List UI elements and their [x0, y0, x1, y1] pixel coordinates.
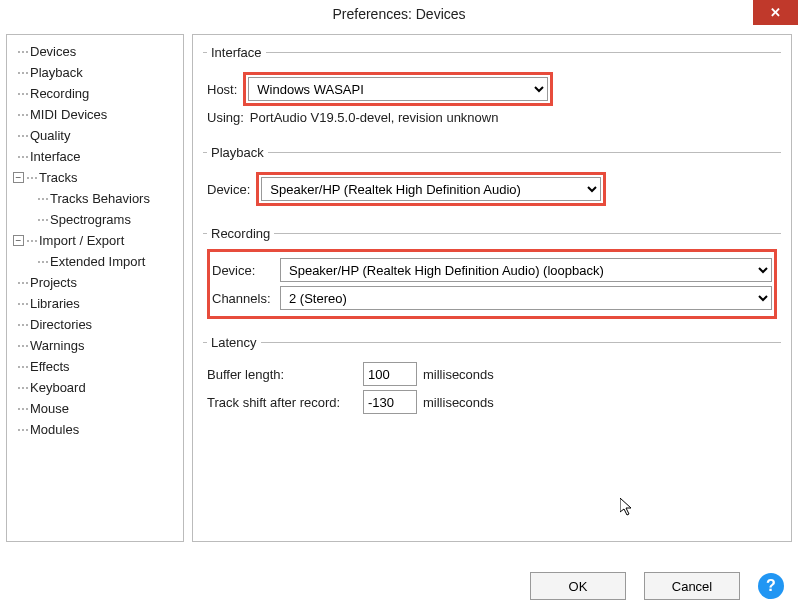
window-title: Preferences: Devices	[332, 6, 465, 22]
tree-dots-icon: ⋯	[17, 297, 28, 311]
recording-legend: Recording	[207, 226, 274, 241]
tree-label: Warnings	[30, 338, 84, 353]
tree-item-extended-import[interactable]: ⋯Extended Import	[11, 251, 179, 272]
buffer-length-input[interactable]	[363, 362, 417, 386]
collapse-icon[interactable]: −	[13, 172, 24, 183]
using-label: Using:	[207, 110, 244, 125]
recording-highlight: Device: Speaker/HP (Realtek High Definit…	[207, 249, 777, 319]
tree-label: Projects	[30, 275, 77, 290]
tree-label: Tracks Behaviors	[50, 191, 150, 206]
buffer-length-label: Buffer length:	[207, 367, 357, 382]
tree-dots-icon: ⋯	[17, 339, 28, 353]
tree-dots-icon: ⋯	[37, 213, 48, 227]
help-icon: ?	[766, 577, 776, 595]
cancel-button[interactable]: Cancel	[644, 572, 740, 600]
tree-item-libraries[interactable]: ⋯Libraries	[11, 293, 179, 314]
recording-device-label: Device:	[212, 263, 274, 278]
tree-label: Interface	[30, 149, 81, 164]
tree-label: Import / Export	[39, 233, 124, 248]
shift-unit: milliseconds	[423, 395, 494, 410]
tree-label: Extended Import	[50, 254, 145, 269]
recording-group: Recording Device: Speaker/HP (Realtek Hi…	[203, 226, 781, 325]
tree-label: Quality	[30, 128, 70, 143]
tree-dots-icon: ⋯	[26, 171, 37, 185]
track-shift-label: Track shift after record:	[207, 395, 357, 410]
playback-device-label: Device:	[207, 182, 250, 197]
tree-item-tracks-behaviors[interactable]: ⋯Tracks Behaviors	[11, 188, 179, 209]
tree-label: Keyboard	[30, 380, 86, 395]
tree-item-recording[interactable]: ⋯Recording	[11, 83, 179, 104]
recording-channels-label: Channels:	[212, 291, 274, 306]
tree-dots-icon: ⋯	[17, 276, 28, 290]
playback-device-select[interactable]: Speaker/HP (Realtek High Definition Audi…	[261, 177, 601, 201]
tree-dots-icon: ⋯	[17, 129, 28, 143]
tree-dots-icon: ⋯	[17, 381, 28, 395]
dialog-footer: OK Cancel ?	[530, 572, 784, 600]
host-label: Host:	[207, 82, 237, 97]
tree-label: Tracks	[39, 170, 78, 185]
tree-label: Effects	[30, 359, 70, 374]
tree-dots-icon: ⋯	[37, 255, 48, 269]
tree-item-projects[interactable]: ⋯Projects	[11, 272, 179, 293]
using-value: PortAudio V19.5.0-devel, revision unknow…	[250, 110, 499, 125]
tree-item-playback[interactable]: ⋯Playback	[11, 62, 179, 83]
recording-channels-select[interactable]: 2 (Stereo)	[280, 286, 772, 310]
tree-label: Modules	[30, 422, 79, 437]
interface-group: Interface Host: Windows WASAPI Using: Po…	[203, 45, 781, 135]
tree-item-warnings[interactable]: ⋯Warnings	[11, 335, 179, 356]
tree-label: Directories	[30, 317, 92, 332]
titlebar: Preferences: Devices ✕	[0, 0, 798, 28]
tree-dots-icon: ⋯	[17, 402, 28, 416]
playback-device-highlight: Speaker/HP (Realtek High Definition Audi…	[256, 172, 606, 206]
latency-group: Latency Buffer length: milliseconds Trac…	[203, 335, 781, 424]
tree-label: Devices	[30, 44, 76, 59]
tree-dots-icon: ⋯	[17, 45, 28, 59]
tree-label: MIDI Devices	[30, 107, 107, 122]
tree-item-quality[interactable]: ⋯Quality	[11, 125, 179, 146]
tree-dots-icon: ⋯	[17, 423, 28, 437]
tree-item-tracks[interactable]: −⋯Tracks	[11, 167, 179, 188]
tree-label: Libraries	[30, 296, 80, 311]
tree-dots-icon: ⋯	[17, 66, 28, 80]
tree-dots-icon: ⋯	[17, 87, 28, 101]
tree-dots-icon: ⋯	[17, 108, 28, 122]
tree-label: Playback	[30, 65, 83, 80]
tree-dots-icon: ⋯	[37, 192, 48, 206]
tree-item-interface[interactable]: ⋯Interface	[11, 146, 179, 167]
category-tree: ⋯Devices ⋯Playback ⋯Recording ⋯MIDI Devi…	[6, 34, 184, 542]
tree-item-midi-devices[interactable]: ⋯MIDI Devices	[11, 104, 179, 125]
ok-button[interactable]: OK	[530, 572, 626, 600]
tree-dots-icon: ⋯	[26, 234, 37, 248]
tree-item-mouse[interactable]: ⋯Mouse	[11, 398, 179, 419]
tree-item-spectrograms[interactable]: ⋯Spectrograms	[11, 209, 179, 230]
tree-label: Spectrograms	[50, 212, 131, 227]
tree-item-devices[interactable]: ⋯Devices	[11, 41, 179, 62]
tree-item-keyboard[interactable]: ⋯Keyboard	[11, 377, 179, 398]
tree-label: Mouse	[30, 401, 69, 416]
host-highlight: Windows WASAPI	[243, 72, 553, 106]
tree-label: Recording	[30, 86, 89, 101]
tree-item-directories[interactable]: ⋯Directories	[11, 314, 179, 335]
help-button[interactable]: ?	[758, 573, 784, 599]
tree-item-modules[interactable]: ⋯Modules	[11, 419, 179, 440]
tree-dots-icon: ⋯	[17, 360, 28, 374]
interface-legend: Interface	[207, 45, 266, 60]
latency-legend: Latency	[207, 335, 261, 350]
buffer-unit: milliseconds	[423, 367, 494, 382]
tree-dots-icon: ⋯	[17, 150, 28, 164]
settings-panel: Interface Host: Windows WASAPI Using: Po…	[192, 34, 792, 542]
close-button[interactable]: ✕	[753, 0, 798, 25]
playback-group: Playback Device: Speaker/HP (Realtek Hig…	[203, 145, 781, 216]
tree-item-effects[interactable]: ⋯Effects	[11, 356, 179, 377]
recording-device-select[interactable]: Speaker/HP (Realtek High Definition Audi…	[280, 258, 772, 282]
collapse-icon[interactable]: −	[13, 235, 24, 246]
track-shift-input[interactable]	[363, 390, 417, 414]
host-select[interactable]: Windows WASAPI	[248, 77, 548, 101]
close-icon: ✕	[770, 5, 781, 20]
playback-legend: Playback	[207, 145, 268, 160]
tree-dots-icon: ⋯	[17, 318, 28, 332]
tree-item-import-export[interactable]: −⋯Import / Export	[11, 230, 179, 251]
